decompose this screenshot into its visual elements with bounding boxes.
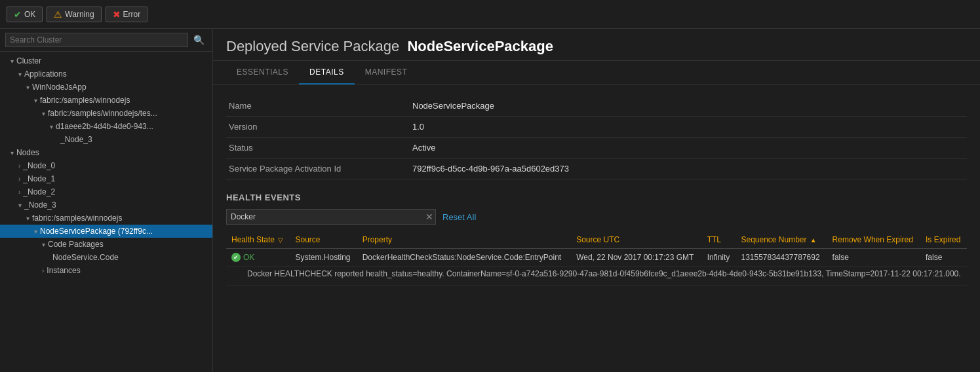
health-events-section-title: HEALTH EVENTS — [226, 193, 967, 202]
health-ok-icon: ✔ — [231, 253, 241, 262]
health-state-ok: ✔ OK — [231, 253, 284, 262]
filter-input[interactable] — [226, 209, 436, 225]
chevron-icon: ▾ — [26, 215, 29, 222]
version-label: Version — [226, 117, 410, 138]
error-icon: ✖ — [113, 9, 121, 20]
chevron-icon: ▾ — [50, 123, 53, 130]
tree-item-label: Instances — [47, 266, 80, 275]
chevron-icon: › — [42, 267, 44, 274]
col-property: Property — [357, 231, 571, 249]
tree-item-label: _Node_1 — [23, 174, 55, 183]
detail-row-name: Name NodeServicePackage — [226, 96, 967, 117]
health-table-header-row: Health State ▽ Source Property Source UT… — [226, 231, 967, 249]
health-state-label: OK — [243, 253, 254, 262]
table-row: ✔ OK System.Hosting DockerHealthCheckSta… — [226, 249, 967, 267]
tree-item-label: fabric:/samples/winnodejs — [40, 96, 130, 105]
tree-item-fabric-samples-winnodejs-tes[interactable]: ▾ fabric:/samples/winnodejs/tes... — [0, 107, 212, 120]
error-label: Error — [123, 10, 141, 19]
col-health-state: Health State ▽ — [226, 231, 290, 249]
detail-row-version: Version 1.0 — [226, 117, 967, 138]
health-state-cell: ✔ OK — [226, 249, 290, 267]
tree-item-cluster[interactable]: ▾ Cluster — [0, 54, 212, 67]
ok-button[interactable]: ✔ OK — [7, 7, 43, 22]
details-panel: Name NodeServicePackage Version 1.0 Stat… — [213, 85, 980, 372]
description-row: Docker HEALTHCHECK reported health_statu… — [226, 267, 967, 286]
filter-row: ✕ Reset All — [226, 209, 967, 225]
tree-item-label: Code Packages — [48, 240, 104, 249]
chevron-icon: ▾ — [18, 71, 22, 78]
chevron-icon: ▾ — [10, 149, 14, 157]
page-title-prefix: Deployed Service Package — [226, 38, 399, 54]
sort-icon: ▽ — [278, 236, 283, 244]
tree-item-label: fabric:/samples/winnodejs — [32, 214, 122, 223]
tree-item-winNodeJsApp[interactable]: ▾ WinNodeJsApp — [0, 81, 212, 94]
error-button[interactable]: ✖ Error — [106, 7, 148, 22]
remove-when-expired-cell: false — [827, 249, 920, 267]
warning-button[interactable]: ⚠ Warning — [47, 7, 101, 22]
tree-item-label: _Node_2 — [23, 187, 55, 196]
tree-item-applications[interactable]: ▾ Applications — [0, 67, 212, 81]
col-remove-when-expired: Remove When Expired — [827, 231, 920, 249]
tree-item-node2[interactable]: › _Node_2 — [0, 185, 212, 198]
source-cell: System.Hosting — [290, 249, 357, 267]
chevron-icon: › — [18, 176, 20, 183]
tree: ▾ Cluster ▾ Applications ▾ WinNodeJsApp … — [0, 52, 212, 372]
chevron-icon: ▾ — [26, 84, 29, 91]
col-ttl: TTL — [702, 231, 736, 249]
activation-id-value: 792ff9c6-d5cc-4d9b-967a-aa5d602ed373 — [410, 158, 967, 179]
tree-item-codePackages[interactable]: ▾ Code Packages — [0, 238, 212, 251]
filter-clear-button[interactable]: ✕ — [425, 212, 433, 221]
reset-all-button[interactable]: Reset All — [442, 212, 476, 222]
tree-item-fabric-samples-winnodejs[interactable]: ▾ fabric:/samples/winnodejs — [0, 94, 212, 107]
tree-item-node0[interactable]: › _Node_0 — [0, 159, 212, 172]
chevron-icon: ▾ — [18, 202, 22, 209]
ttl-cell: Infinity — [702, 249, 736, 267]
search-input[interactable] — [5, 33, 188, 47]
page-title: Deployed Service Package NodeServicePack… — [226, 38, 967, 55]
tree-item-node3[interactable]: ▾ _Node_3 — [0, 198, 212, 212]
chevron-icon: ▾ — [42, 241, 45, 248]
ok-label: OK — [24, 10, 35, 19]
tree-item-label: fabric:/samples/winnodejs/tes... — [48, 109, 157, 118]
col-sequence-number: Sequence Number ▲ — [735, 231, 827, 249]
tree-item-label: NodeServicePackage (792ff9c... — [40, 227, 153, 236]
tab-details[interactable]: DETAILS — [299, 61, 355, 84]
version-value: 1.0 — [410, 117, 967, 138]
tree-item-instances[interactable]: › Instances — [0, 264, 212, 277]
page-title-name: NodeServicePackage — [407, 38, 553, 54]
warning-label: Warning — [65, 10, 94, 19]
detail-row-activation-id: Service Package Activation Id 792ff9c6-d… — [226, 158, 967, 179]
content-header: Deployed Service Package NodeServicePack… — [213, 29, 980, 61]
detail-table: Name NodeServicePackage Version 1.0 Stat… — [226, 96, 967, 179]
tree-item-label: _Node_0 — [23, 161, 55, 170]
tree-item-label: _Node_3 — [24, 200, 56, 210]
tree-item-nodeServicePackage[interactable]: ▾ NodeServicePackage (792ff9c... — [0, 225, 212, 238]
health-events-table: Health State ▽ Source Property Source UT… — [226, 231, 967, 286]
tree-item-node3-fabric[interactable]: ▾ fabric:/samples/winnodejs — [0, 212, 212, 225]
tree-item-d1aeee2b[interactable]: ▾ d1aeee2b-4d4b-4de0-943... — [0, 120, 212, 133]
filter-input-wrapper: ✕ — [226, 209, 436, 225]
tab-manifest[interactable]: MANIFEST — [355, 61, 418, 84]
source-utc-cell: Wed, 22 Nov 2017 00:17:23 GMT — [571, 249, 702, 267]
search-box: 🔍 — [0, 29, 212, 52]
search-icon-button[interactable]: 🔍 — [191, 33, 207, 46]
col-source: Source — [290, 231, 357, 249]
tree-item-node1[interactable]: › _Node_1 — [0, 172, 212, 185]
tree-item-label: Applications — [24, 69, 67, 79]
activation-id-label: Service Package Activation Id — [226, 158, 410, 179]
tab-essentials[interactable]: ESSENTIALS — [226, 61, 299, 84]
toolbar: ✔ OK ⚠ Warning ✖ Error — [0, 0, 980, 29]
chevron-icon: ▾ — [34, 228, 37, 235]
tree-item-node3-replica[interactable]: _Node_3 — [0, 133, 212, 146]
tree-item-nodeServiceCode[interactable]: NodeService.Code — [0, 251, 212, 264]
tree-item-nodes[interactable]: ▾ Nodes — [0, 146, 212, 159]
col-is-expired: Is Expired — [920, 231, 967, 249]
detail-row-status: Status Active — [226, 138, 967, 158]
is-expired-cell: false — [920, 249, 967, 267]
sort-asc-icon: ▲ — [810, 236, 817, 244]
tree-item-label: Nodes — [16, 148, 39, 157]
chevron-icon: ▾ — [42, 110, 45, 117]
main-layout: 🔍 ▾ Cluster ▾ Applications ▾ WinNodeJsAp… — [0, 29, 980, 372]
tree-item-label: WinNodeJsApp — [32, 83, 87, 92]
tabs-bar: ESSENTIALSDETAILSMANIFEST — [213, 61, 980, 85]
